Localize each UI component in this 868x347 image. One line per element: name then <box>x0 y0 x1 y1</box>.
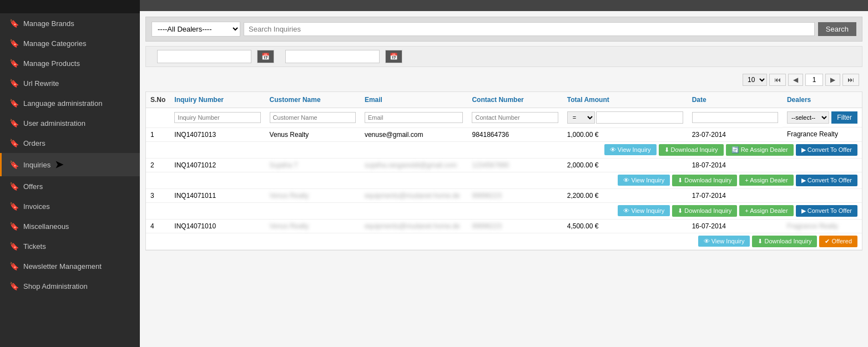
view-inquiry-button[interactable]: 👁 View Inquiry <box>618 205 670 216</box>
cell-sno: 2 <box>146 158 170 172</box>
sidebar-item-url-rewrite[interactable]: 🔖 Url Rewrite <box>0 73 140 93</box>
convert-to-offer-button[interactable]: ▶ Convert To Offer <box>796 205 857 217</box>
sidebar-label-newsletter-mgmt: Newsletter Management <box>23 262 102 271</box>
action-row-2: 👁 View Inquiry⬇ Download Inquiry+ Assign… <box>146 172 862 188</box>
last-page-button[interactable]: ⏭ <box>842 74 859 86</box>
col-header-contact-number: Contact Number <box>467 92 562 108</box>
sidebar-item-tickets[interactable]: 🔖 Tickets <box>0 236 140 256</box>
filter-operator-select[interactable]: =>< <box>567 111 595 124</box>
sidebar-item-manage-brands[interactable]: 🔖 Manage Brands <box>0 13 140 33</box>
sidebar-item-manage-categories[interactable]: 🔖 Manage Categories <box>0 33 140 53</box>
sidebar-label-miscellaneous: Miscellaneous <box>23 222 69 231</box>
sidebar-label-orders: Orders <box>23 139 46 147</box>
assign-dealer-button[interactable]: + Assign Dealer <box>739 205 793 216</box>
search-toolbar: ----All Dealers---- Search <box>145 17 862 42</box>
cell-total: 2,200.00 € <box>563 188 688 202</box>
cell-total: 2,000.00 € <box>563 158 688 172</box>
cell-date: 23-07-2014 <box>688 127 783 141</box>
cell-date: 17-07-2014 <box>688 188 783 202</box>
filter-button[interactable]: Filter <box>831 111 857 124</box>
action-row-4: 👁 View Inquiry⬇ Download Inquiry✔ Offere… <box>146 233 862 249</box>
download-inquiry-button[interactable]: ⬇ Download Inquiry <box>752 236 817 247</box>
filter-inquiry-number <box>170 108 265 128</box>
sidebar-icon-shop-admin: 🔖 <box>9 282 19 290</box>
sidebar-item-offers[interactable]: 🔖 Offers <box>0 176 140 196</box>
cell-total: 4,500.00 € <box>563 219 688 233</box>
cell-sno: 3 <box>146 188 170 202</box>
download-inquiry-button[interactable]: ⬇ Download Inquiry <box>672 205 737 217</box>
sidebar-label-offers: Offers <box>23 182 43 191</box>
cell-customer-name: Sujatha T <box>265 158 360 172</box>
cell-sno: 1 <box>146 127 170 141</box>
sidebar-item-language-admin[interactable]: 🔖 Language administration <box>0 93 140 113</box>
sidebar-icon-url-rewrite: 🔖 <box>9 79 19 88</box>
download-inquiry-button[interactable]: ⬇ Download Inquiry <box>659 144 724 156</box>
main-content: ----All Dealers---- Search 📅 📅 <box>140 0 868 347</box>
col-header-inquiry-number: Inquiry Number <box>170 92 265 108</box>
table-row-3: 3 INQ14071011 Venus Realty equipments@mu… <box>146 188 862 202</box>
cell-email: venuse@gmail.com <box>360 127 468 141</box>
cell-inquiry-number: INQ14071013 <box>170 127 265 141</box>
page-number-input[interactable] <box>805 74 823 86</box>
cell-dealer: Fragrance Realty <box>783 219 862 233</box>
re-assign-dealer-button[interactable]: 🔄 Re Assign Dealer <box>726 144 794 156</box>
filter-contact <box>467 108 562 128</box>
next-page-button[interactable]: ▶ <box>825 74 840 86</box>
cell-date: 16-07-2014 <box>688 219 783 233</box>
col-header-total-amount: Total Amount <box>563 92 688 108</box>
cell-contact: 1234567890 <box>467 158 562 172</box>
cell-customer-name: Venus Realty <box>265 219 360 233</box>
first-page-button[interactable]: ⏮ <box>769 74 786 86</box>
offered-button[interactable]: ✔ Offered <box>819 236 857 247</box>
cell-total: 1,000.00 € <box>563 127 688 141</box>
to-date-input[interactable] <box>285 50 380 63</box>
cell-contact: 9841864736 <box>467 127 562 141</box>
assign-dealer-button[interactable]: + Assign Dealer <box>739 175 793 186</box>
filter-contact-input[interactable] <box>472 112 558 123</box>
sidebar-item-user-admin[interactable]: 🔖 User administration <box>0 113 140 133</box>
filter-total: =>< <box>563 108 688 128</box>
sidebar-label-manage-brands: Manage Brands <box>23 19 74 28</box>
sidebar-icon-manage-categories: 🔖 <box>9 39 19 48</box>
view-inquiry-button[interactable]: 👁 View Inquiry <box>618 175 670 186</box>
sidebar-item-invoices[interactable]: 🔖 Invoices <box>0 196 140 216</box>
filter-customer-name <box>265 108 360 128</box>
from-date-calendar-icon[interactable]: 📅 <box>257 50 274 63</box>
sidebar-item-miscellaneous[interactable]: 🔖 Miscellaneous <box>0 216 140 236</box>
convert-to-offer-button[interactable]: ▶ Convert To Offer <box>796 144 857 156</box>
filter-customer-name-input[interactable] <box>270 112 356 123</box>
action-cell-1: 👁 View Inquiry⬇ Download Inquiry🔄 Re Ass… <box>146 141 862 158</box>
filter-email-input[interactable] <box>365 112 463 123</box>
arrow-indicator: ➤ <box>55 159 63 171</box>
filter-total-input[interactable] <box>596 111 683 124</box>
cell-sno: 4 <box>146 219 170 233</box>
sidebar-item-manage-products[interactable]: 🔖 Manage Products <box>0 53 140 73</box>
sidebar-item-orders[interactable]: 🔖 Orders <box>0 133 140 153</box>
cell-inquiry-number: INQ14071011 <box>170 188 265 202</box>
search-button[interactable]: Search <box>818 22 856 36</box>
sidebar-item-newsletter-mgmt[interactable]: 🔖 Newsletter Management <box>0 256 140 276</box>
download-inquiry-button[interactable]: ⬇ Download Inquiry <box>672 175 737 186</box>
to-date-calendar-icon[interactable]: 📅 <box>385 50 402 63</box>
filter-dealer-select[interactable]: --select-- <box>787 111 829 124</box>
convert-to-offer-button[interactable]: ▶ Convert To Offer <box>796 175 857 186</box>
col-header-email: Email <box>360 92 468 108</box>
prev-page-button[interactable]: ◀ <box>788 74 803 86</box>
sidebar-icon-inquiries: 🔖 <box>9 160 19 169</box>
sidebar-item-inquiries[interactable]: 🔖 Inquiries ➤ <box>0 153 140 176</box>
filter-inquiry-number-input[interactable] <box>174 112 260 123</box>
rows-per-page-select[interactable]: 10 25 50 <box>743 74 767 86</box>
sidebar-icon-user-admin: 🔖 <box>9 119 19 127</box>
dealer-select[interactable]: ----All Dealers---- <box>152 22 240 37</box>
view-inquiry-button[interactable]: 👁 View Inquiry <box>604 144 657 155</box>
sidebar-icon-newsletter-mgmt: 🔖 <box>9 262 19 271</box>
action-row-1: 👁 View Inquiry⬇ Download Inquiry🔄 Re Ass… <box>146 141 862 158</box>
filter-date-input[interactable] <box>692 112 778 123</box>
search-input[interactable] <box>244 22 815 36</box>
filter-sno <box>146 108 170 128</box>
sidebar-item-shop-admin[interactable]: 🔖 Shop Administration <box>0 276 140 296</box>
from-date-input[interactable] <box>157 50 251 63</box>
table-row-2: 2 INQ14071012 Sujatha T sujatha.rangared… <box>146 158 862 172</box>
inquiries-table: S.NoInquiry NumberCustomer NameEmailCont… <box>145 91 862 251</box>
view-inquiry-button[interactable]: 👁 View Inquiry <box>698 236 750 247</box>
